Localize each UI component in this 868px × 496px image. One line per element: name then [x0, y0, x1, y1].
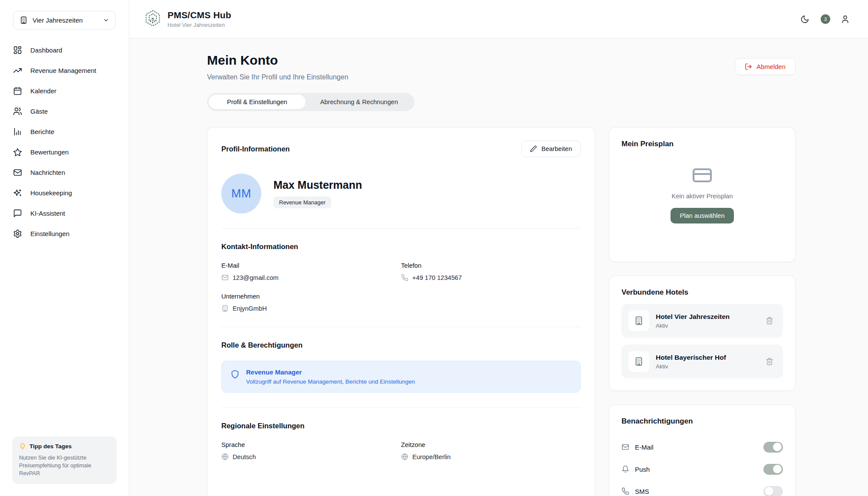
delete-hotel-icon[interactable] — [766, 317, 773, 325]
hotel-building-icon — [628, 310, 649, 331]
hotel-status: Aktiv — [656, 322, 759, 329]
hotel-name: Hotel Vier Jahreszeiten — [656, 313, 759, 321]
sidebar-item-gaeste[interactable]: Gäste — [0, 101, 129, 122]
sidebar-item-revenue-management[interactable]: Revenue Management — [0, 60, 129, 81]
price-plan-card: Mein Preisplan Kein aktiver Preisplan Pl… — [609, 127, 796, 262]
avatar: MM — [221, 174, 261, 214]
sidebar-item-nachrichten[interactable]: Nachrichten — [0, 162, 129, 183]
language-field: Sprache Deutsch — [221, 441, 401, 460]
role-badge: Revenue Manager — [273, 197, 331, 208]
sidebar-item-label: Bewertungen — [30, 148, 69, 156]
sidebar-item-label: Berichte — [30, 128, 54, 135]
sidebar-item-label: Einstellungen — [30, 230, 69, 237]
sidebar-item-label: Dashboard — [30, 46, 62, 54]
sidebar-item-housekeeping[interactable]: Housekeeping — [0, 183, 129, 203]
sidebar-item-label: Revenue Management — [30, 67, 96, 74]
topbar-actions: 3 — [800, 15, 850, 24]
users-icon — [13, 107, 22, 116]
user-name: Max Mustermann — [273, 179, 362, 191]
mail-icon — [221, 274, 229, 281]
sidebar-item-bewertungen[interactable]: Bewertungen — [0, 142, 129, 162]
chevron-down-icon — [103, 17, 109, 23]
edit-profile-button[interactable]: Bearbeiten — [521, 141, 581, 157]
user-menu-icon[interactable] — [841, 15, 850, 24]
app-title: PMS/CMS Hub — [168, 10, 231, 20]
app-logo-icon — [144, 10, 161, 29]
phone-value: +49 170 1234567 — [412, 274, 462, 281]
star-icon — [13, 148, 22, 157]
company-value: EnjynGmbH — [233, 305, 267, 312]
timezone-field: Zeitzone Europe/Berlin — [401, 441, 581, 460]
hotel-row: Hotel Vier Jahreszeiten Aktiv — [621, 304, 783, 338]
calendar-icon — [13, 86, 22, 95]
sidebar-item-kalender[interactable]: Kalender — [0, 81, 129, 101]
mail-icon — [621, 443, 629, 451]
sidebar-item-label: Housekeeping — [30, 189, 72, 197]
sidebar-item-dashboard[interactable]: Dashboard — [0, 40, 129, 60]
globe-icon — [401, 453, 408, 460]
tip-of-the-day-card: Tipp des Tages Nutzen Sie die KI-gestütz… — [12, 437, 117, 484]
delete-hotel-icon[interactable] — [766, 358, 773, 365]
chat-bubble-icon — [13, 209, 22, 218]
sidebar: Vier Jahreszeiten Dashboard Revenue Mana… — [0, 0, 129, 496]
email-value: 123@gmail.com — [233, 274, 279, 281]
sms-toggle[interactable] — [763, 486, 783, 496]
globe-icon — [221, 453, 229, 460]
brand: PMS/CMS Hub Hotel Vier Jahreszeiten — [144, 10, 231, 29]
sidebar-item-label: Kalender — [30, 87, 56, 95]
app-subtitle: Hotel Vier Jahreszeiten — [168, 22, 231, 28]
sidebar-item-label: Nachrichten — [30, 169, 65, 176]
timezone-value: Europe/Berlin — [412, 453, 450, 460]
notification-row-email: E-Mail — [621, 440, 783, 454]
dark-mode-toggle-moon-icon[interactable] — [800, 15, 809, 24]
tab-bar: Profil & Einstellungen Abrechnung & Rech… — [207, 93, 414, 111]
logout-icon — [745, 63, 752, 70]
role-name: Revenue Manager — [246, 368, 415, 376]
push-toggle[interactable] — [763, 464, 783, 475]
profile-identity: MM Max Mustermann Revenue Manager — [221, 174, 581, 214]
email-label: E-Mail — [221, 262, 401, 269]
hotel-row: Hotel Bayerischer Hof Aktiv — [621, 345, 783, 378]
sidebar-item-berichte[interactable]: Berichte — [0, 122, 129, 142]
phone-icon — [621, 487, 629, 495]
email-toggle[interactable] — [763, 442, 783, 453]
hotel-name: Hotel Bayerischer Hof — [656, 354, 759, 361]
regional-section-title: Regionale Einstellungen — [221, 422, 581, 430]
page-title: Mein Konto — [207, 53, 349, 68]
profile-card: Profil-Informationen Bearbeiten MM Max M… — [207, 127, 595, 496]
gear-icon — [13, 229, 22, 238]
notification-row-sms: SMS — [621, 484, 783, 496]
trending-up-icon — [13, 66, 22, 75]
page-head: Mein Konto Verwalten Sie Ihr Profil und … — [207, 53, 796, 81]
tip-title: Tipp des Tages — [30, 443, 72, 450]
company-label: Unternehmen — [221, 293, 401, 300]
phone-icon — [401, 274, 408, 281]
tab-abrechnung-rechnungen[interactable]: Abrechnung & Rechnungen — [306, 95, 413, 109]
notification-label: E-Mail — [635, 443, 758, 451]
contact-section-title: Kontakt-Informationen — [221, 243, 581, 251]
sidebar-item-ki-assistent[interactable]: KI-Assistent — [0, 203, 129, 223]
hotel-status: Aktiv — [656, 363, 759, 370]
credit-card-icon — [692, 165, 713, 186]
contact-section: Kontakt-Informationen E-Mail 123@gmail.c… — [221, 228, 581, 312]
hotel-selector-dropdown[interactable]: Vier Jahreszeiten — [13, 11, 116, 30]
logout-label: Abmelden — [756, 63, 786, 70]
role-permission-box: Revenue Manager Vollzugriff auf Revenue … — [221, 361, 581, 393]
notification-label: SMS — [635, 488, 758, 495]
notifications-card: Benachrichtigungen E-Mail Push — [609, 404, 796, 496]
timezone-label: Zeitzone — [401, 441, 581, 448]
role-section: Rolle & Berechtigungen Revenue Manager V… — [221, 327, 581, 393]
logout-button[interactable]: Abmelden — [735, 58, 796, 75]
right-column: Mein Preisplan Kein aktiver Preisplan Pl… — [609, 127, 796, 496]
bell-icon — [621, 465, 629, 473]
lightbulb-icon — [19, 443, 26, 450]
notification-count-badge: 3 — [821, 14, 830, 24]
tab-profil-einstellungen[interactable]: Profil & Einstellungen — [209, 95, 306, 109]
hotel-selector-label: Vier Jahreszeiten — [33, 16, 98, 24]
sidebar-item-label: Gäste — [30, 108, 48, 115]
pencil-icon — [530, 145, 537, 152]
sidebar-item-einstellungen[interactable]: Einstellungen — [0, 223, 129, 244]
select-plan-button[interactable]: Plan auswählen — [671, 208, 733, 223]
language-value: Deutsch — [233, 453, 256, 460]
notifications-title: Benachrichtigungen — [621, 417, 783, 426]
